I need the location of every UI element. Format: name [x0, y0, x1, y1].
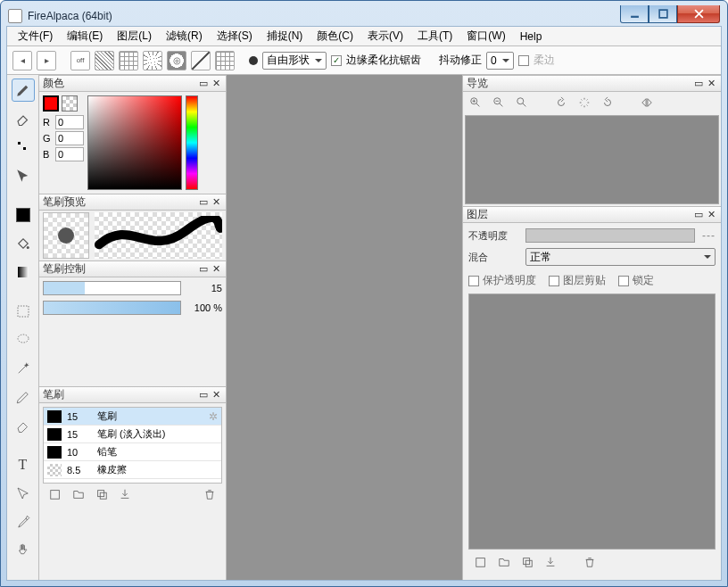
layer-list[interactable] — [468, 294, 716, 550]
add-folder-icon[interactable] — [71, 487, 86, 501]
antialias-checkbox[interactable] — [331, 55, 342, 66]
minimize-button[interactable] — [620, 5, 649, 23]
layer-opacity-slider[interactable] — [525, 228, 695, 243]
menu-filter[interactable]: 滤镜(R) — [159, 27, 210, 45]
close-icon[interactable]: ✕ — [210, 389, 222, 401]
menu-layer[interactable]: 图层(L) — [110, 27, 159, 45]
close-icon[interactable]: ✕ — [210, 78, 222, 90]
menu-view[interactable]: 表示(V) — [360, 27, 410, 45]
snap-parallel-button[interactable] — [95, 51, 114, 70]
snap-curve-button[interactable] — [191, 51, 211, 70]
delete-brush-icon[interactable] — [203, 487, 217, 501]
menu-file[interactable]: 文件(F) — [11, 27, 60, 45]
select-pen-tool[interactable] — [12, 385, 35, 409]
brush-size-slider[interactable] — [43, 281, 181, 295]
select-eraser-tool[interactable] — [12, 414, 35, 437]
snap-circle-button[interactable]: ◎ — [167, 51, 186, 70]
brush-preview-title: 笔刷预览 — [43, 194, 86, 210]
dock-icon[interactable]: ▭ — [692, 78, 705, 90]
brush-row[interactable]: 10 铅笔 — [44, 443, 221, 461]
hue-slider[interactable] — [186, 95, 198, 190]
rotate-reset-icon[interactable] — [577, 95, 592, 110]
lasso-tool[interactable] — [12, 328, 35, 351]
brush-opacity-slider[interactable] — [43, 301, 181, 315]
snap-off-button[interactable]: off — [70, 51, 90, 70]
maximize-button[interactable] — [649, 5, 677, 23]
g-input[interactable] — [55, 131, 84, 145]
add-brush-icon[interactable] — [48, 487, 62, 501]
magic-wand-tool[interactable] — [12, 357, 35, 380]
shape-select[interactable]: 自由形状 — [262, 52, 327, 70]
b-input[interactable] — [55, 147, 84, 161]
brush-row[interactable]: 15 笔刷 (淡入淡出) — [44, 426, 221, 443]
svg-rect-0 — [18, 142, 21, 145]
dock-icon[interactable]: ▭ — [692, 209, 705, 221]
eyedropper-tool[interactable] — [12, 510, 35, 533]
rotate-left-icon[interactable] — [554, 95, 568, 110]
softedge-checkbox[interactable] — [518, 55, 529, 66]
merge-layer-icon[interactable] — [543, 555, 558, 569]
dup-brush-icon[interactable] — [95, 487, 109, 501]
gradient-tool[interactable] — [12, 260, 35, 284]
rotate-right-icon[interactable] — [600, 95, 615, 110]
svg-rect-6 — [51, 491, 60, 500]
protect-alpha-checkbox[interactable] — [468, 276, 479, 286]
brush-stroke-preview — [95, 212, 222, 259]
brush-tool[interactable] — [12, 79, 35, 102]
nav-back-icon[interactable]: ◂ — [12, 51, 32, 70]
bucket-tool[interactable] — [12, 232, 35, 255]
eraser-tool[interactable] — [12, 107, 35, 130]
snap-grid-button[interactable] — [119, 51, 138, 70]
new-folder-icon[interactable] — [497, 555, 511, 569]
menu-edit[interactable]: 编辑(E) — [60, 27, 110, 45]
close-icon[interactable]: ✕ — [705, 78, 717, 90]
lock-checkbox[interactable] — [618, 276, 629, 286]
close-button[interactable] — [677, 5, 720, 23]
canvas-area[interactable] — [227, 75, 462, 580]
move-tool[interactable] — [12, 164, 35, 187]
dock-icon[interactable]: ▭ — [197, 78, 210, 90]
foreground-color-swatch[interactable] — [43, 95, 59, 112]
flip-icon[interactable] — [640, 95, 654, 110]
close-icon[interactable]: ✕ — [210, 196, 222, 209]
text-tool[interactable]: T — [12, 453, 35, 476]
stabilizer-select[interactable]: 0 — [486, 52, 514, 70]
background-color-swatch[interactable] — [62, 95, 78, 112]
close-icon[interactable]: ✕ — [210, 263, 222, 276]
dock-icon[interactable]: ▭ — [197, 263, 210, 276]
brush-row[interactable]: 15 笔刷 ✲ — [44, 408, 221, 426]
zoom-fit-icon[interactable] — [515, 95, 529, 110]
menu-select[interactable]: 选择(S) — [210, 27, 260, 45]
navigator-view[interactable] — [465, 115, 719, 204]
dock-icon[interactable]: ▭ — [197, 389, 210, 401]
sv-picker[interactable] — [87, 95, 182, 190]
menu-help[interactable]: Help — [513, 29, 550, 45]
select-rect-tool[interactable] — [12, 300, 35, 323]
download-brush-icon[interactable] — [118, 487, 132, 501]
app-inner: 文件(F) 编辑(E) 图层(L) 滤镜(R) 选择(S) 捕捉(N) 颜色(C… — [6, 26, 722, 581]
menu-window[interactable]: 窗口(W) — [459, 27, 512, 45]
r-input[interactable] — [55, 115, 84, 129]
close-icon[interactable]: ✕ — [705, 209, 717, 221]
dup-layer-icon[interactable] — [520, 555, 534, 569]
zoom-out-icon[interactable] — [492, 95, 506, 110]
blend-mode-select[interactable]: 正常 — [525, 248, 716, 266]
object-tool[interactable] — [12, 482, 35, 505]
nav-fwd-icon[interactable]: ▸ — [37, 51, 56, 70]
snap-radial-button[interactable] — [143, 51, 162, 70]
zoom-in-icon[interactable] — [468, 95, 483, 110]
menu-color[interactable]: 颜色(C) — [310, 27, 360, 45]
menu-snap[interactable]: 捕捉(N) — [260, 27, 310, 45]
new-layer-icon[interactable] — [474, 555, 488, 569]
menu-tool[interactable]: 工具(T) — [410, 27, 459, 45]
dock-icon[interactable]: ▭ — [197, 196, 210, 209]
brush-row[interactable]: 8.5 橡皮擦 — [44, 461, 221, 479]
fill-tool[interactable] — [12, 203, 35, 227]
clipping-checkbox[interactable] — [549, 276, 559, 286]
snap-vanish-button[interactable] — [215, 51, 235, 70]
gear-icon[interactable]: ✲ — [209, 410, 218, 423]
toolbar: ◂ ▸ off ◎ 自由形状 边缘柔化抗锯齿 抖动修正 0 柔边 — [7, 46, 721, 75]
hand-tool[interactable] — [12, 539, 35, 562]
delete-layer-icon[interactable] — [583, 555, 597, 569]
dot-tool[interactable] — [12, 136, 35, 159]
